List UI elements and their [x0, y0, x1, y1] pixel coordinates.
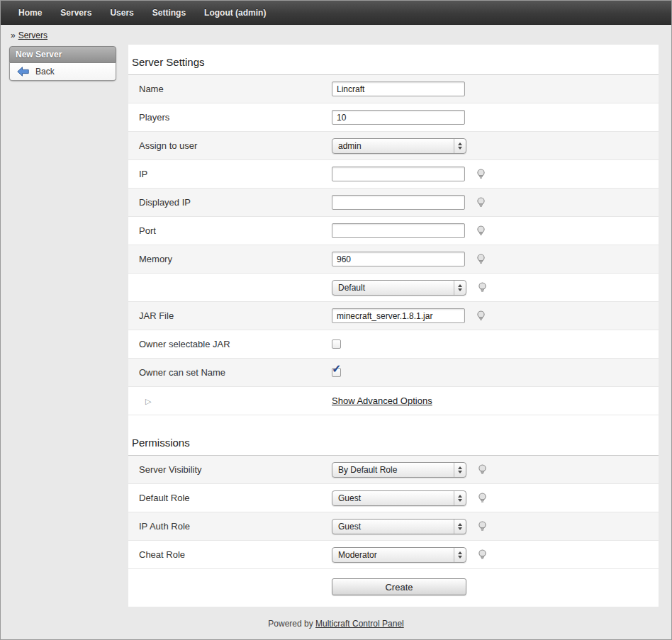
field-label: Owner can set Name — [128, 367, 332, 378]
show-advanced-options-link[interactable]: Show Advanced Options — [332, 395, 432, 406]
field-label: JAR File — [128, 310, 332, 321]
select-arrows-icon — [454, 463, 466, 477]
section-title: Server Settings — [128, 45, 659, 75]
breadcrumb-link-servers[interactable]: Servers — [18, 30, 47, 40]
nav-item-settings[interactable]: Settings — [143, 1, 195, 25]
port-input[interactable] — [332, 223, 465, 238]
field-label: IP — [128, 169, 332, 179]
players-input[interactable] — [332, 110, 465, 125]
server-visibility-select[interactable]: By Default Role — [332, 462, 466, 478]
select-arrows-icon — [454, 139, 466, 153]
nav-item-servers[interactable]: Servers — [51, 1, 101, 25]
help-bulb-icon[interactable] — [476, 549, 488, 561]
form-row: JAR File — [128, 302, 659, 330]
footer: Powered by Multicraft Control Panel — [1, 607, 671, 629]
form-row: IP — [128, 160, 659, 189]
top-nav: HomeServersUsersSettingsLogout (admin) — [1, 1, 671, 25]
cheat-role-select[interactable]: Moderator — [332, 547, 466, 563]
form-row: Owner selectable JAR — [128, 330, 659, 359]
sidebar-title: New Server — [9, 46, 116, 63]
help-bulb-icon[interactable] — [475, 253, 487, 265]
field-label: Name — [128, 84, 332, 94]
create-button[interactable]: Create — [332, 578, 466, 595]
select-value: Default — [332, 283, 454, 293]
field-label: Assign to user — [128, 140, 332, 151]
page: HomeServersUsersSettingsLogout (admin) »… — [0, 0, 672, 640]
default-role-select[interactable]: Guest — [332, 490, 466, 506]
ip-auth-role-select[interactable]: Guest — [332, 519, 466, 534]
help-bulb-icon[interactable] — [475, 196, 487, 208]
form-row: Default RoleGuest — [128, 484, 659, 512]
select-arrows-icon — [454, 491, 466, 505]
help-bulb-icon[interactable] — [476, 492, 488, 504]
assign-to-user-select[interactable]: admin — [332, 138, 466, 154]
check-mark-icon: ✓ — [332, 364, 341, 375]
owner-can-set-name-checkbox[interactable]: ✓ — [332, 368, 341, 377]
footer-text: Powered by — [268, 619, 313, 629]
form-row: Name — [128, 75, 659, 103]
default-select[interactable]: Default — [332, 280, 466, 296]
form-row: Displayed IP — [128, 189, 659, 217]
sidebar: New Server Back — [9, 46, 116, 81]
field-label: Cheat Role — [128, 549, 332, 560]
help-bulb-icon[interactable] — [475, 225, 487, 237]
select-value: By Default Role — [332, 465, 454, 475]
jar-file-input[interactable] — [332, 308, 465, 323]
name-input[interactable] — [332, 82, 465, 96]
form-area: Server SettingsNamePlayersAssign to user… — [128, 45, 659, 569]
field-label: Port — [128, 225, 332, 236]
form-row: IP Auth RoleGuest — [128, 512, 659, 541]
field-label: Default Role — [128, 493, 332, 503]
displayed-ip-input[interactable] — [332, 195, 465, 210]
form-row: Port — [128, 217, 659, 245]
footer-link-multicraft[interactable]: Multicraft Control Panel — [315, 619, 404, 629]
select-value: Moderator — [332, 550, 454, 560]
sidebar-item-label: Back — [35, 67, 55, 77]
select-arrows-icon — [454, 281, 466, 295]
help-bulb-icon[interactable] — [476, 464, 488, 476]
nav-item-home[interactable]: Home — [9, 1, 51, 25]
ip-input[interactable] — [332, 167, 465, 181]
owner-selectable-jar-checkbox[interactable] — [332, 339, 341, 349]
field-label: Owner selectable JAR — [128, 339, 332, 349]
main-content: Server SettingsNamePlayersAssign to user… — [128, 45, 659, 607]
select-arrows-icon — [454, 520, 466, 534]
help-bulb-icon[interactable] — [476, 281, 488, 293]
create-row: Create — [128, 569, 659, 595]
select-value: Guest — [332, 522, 454, 532]
form-row: Server VisibilityBy Default Role — [128, 456, 659, 484]
back-arrow-icon — [17, 67, 29, 77]
select-value: admin — [332, 141, 454, 151]
section-title: Permissions — [128, 415, 659, 456]
form-row: Assign to useradmin — [128, 132, 659, 160]
select-arrows-icon — [454, 548, 466, 562]
form-row: Default — [128, 274, 659, 302]
expand-triangle-icon[interactable]: ▷ — [139, 397, 151, 406]
nav-item-logout-admin[interactable]: Logout (admin) — [195, 1, 275, 25]
field-label: ▷ — [128, 395, 332, 406]
field-label: IP Auth Role — [128, 521, 332, 532]
form-row: Cheat RoleModerator — [128, 541, 659, 569]
field-label: Memory — [128, 254, 332, 264]
form-row: Players — [128, 103, 659, 132]
field-label: Displayed IP — [128, 197, 332, 208]
sidebar-item-back[interactable]: Back — [9, 63, 116, 81]
field-label: Players — [128, 112, 332, 123]
help-bulb-icon[interactable] — [475, 310, 487, 322]
help-bulb-icon[interactable] — [476, 520, 488, 532]
breadcrumb-symbol: » — [11, 30, 16, 40]
breadcrumb: »Servers — [1, 25, 671, 45]
form-row: Memory — [128, 245, 659, 274]
memory-input[interactable] — [332, 252, 465, 266]
form-row: ▷Show Advanced Options — [128, 387, 659, 415]
select-value: Guest — [332, 493, 454, 503]
field-label: Server Visibility — [128, 464, 332, 475]
help-bulb-icon[interactable] — [475, 168, 487, 180]
form-row: Owner can set Name✓ — [128, 359, 659, 387]
nav-item-users[interactable]: Users — [101, 1, 142, 25]
